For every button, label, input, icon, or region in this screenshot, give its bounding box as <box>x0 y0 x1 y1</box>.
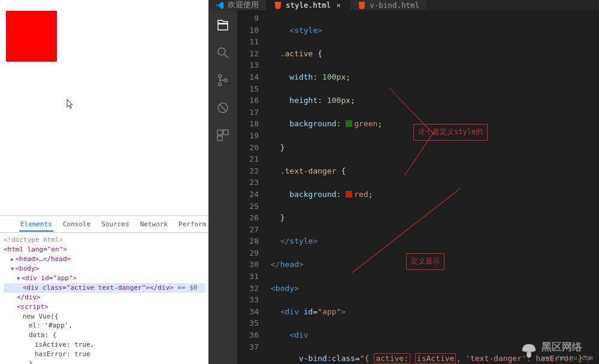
tab-label: v-bind.html <box>370 1 419 10</box>
color-swatch-red <box>346 191 352 198</box>
dt-highlighted-element[interactable]: <div class="active text-danger"></div> =… <box>4 283 205 293</box>
dt-line: el: '#app', <box>4 321 205 330</box>
editor-main: 9101112131415161718192021222324252627282… <box>208 10 599 364</box>
code-editor[interactable]: 9101112131415161718192021222324252627282… <box>237 10 599 364</box>
svg-line-9 <box>219 104 226 111</box>
svg-line-4 <box>225 54 228 58</box>
watermark-title: 黑区网络 <box>541 341 582 353</box>
search-icon[interactable] <box>215 45 231 60</box>
svg-rect-12 <box>217 136 222 141</box>
tab-label: style.html <box>286 1 331 10</box>
dt-line: <script> <box>4 302 205 312</box>
devtools-tab-network[interactable]: Network <box>139 220 169 228</box>
tab-style-html[interactable]: style.html × <box>267 0 350 10</box>
browser-panel: Elements Console Sources Network Perform… <box>0 0 208 364</box>
activity-bar <box>208 10 237 364</box>
elements-tree[interactable]: <!doctype html> <html lang="en"> ▶<head>… <box>0 233 208 364</box>
close-icon[interactable]: × <box>334 1 343 10</box>
color-swatch-green <box>346 120 352 127</box>
svg-point-5 <box>219 75 222 78</box>
dt-line: isActive: true, <box>4 340 205 350</box>
devtools-tabs: Elements Console Sources Network Perform <box>0 216 208 233</box>
html-file-icon <box>274 1 282 10</box>
extensions-icon[interactable] <box>215 128 231 143</box>
devtools-tab-sources[interactable]: Sources <box>100 220 130 228</box>
devtools-panel: Elements Console Sources Network Perform… <box>0 216 208 364</box>
html-file-icon <box>358 1 366 10</box>
debug-icon[interactable] <box>215 100 231 116</box>
watermark-url: www.heiqu.com <box>541 354 593 362</box>
cursor-icon <box>66 99 75 111</box>
explorer-icon[interactable] <box>215 17 231 33</box>
rendered-red-box <box>6 11 57 62</box>
mushroom-icon <box>520 342 538 360</box>
dt-line: <html lang="en"> <box>4 245 205 254</box>
editor-tabs: 欢迎使用 style.html × v-bind.html <box>208 0 599 10</box>
svg-point-3 <box>218 48 225 55</box>
devtools-tab-console[interactable]: Console <box>62 220 92 228</box>
vscode-logo-icon <box>216 1 224 10</box>
tab-welcome[interactable]: 欢迎使用 <box>208 0 267 10</box>
devtools-tab-performance[interactable]: Perform <box>177 220 207 228</box>
dt-line: new Vue({ <box>4 312 205 321</box>
dt-line: ▶<head>…</head> <box>4 254 205 264</box>
dt-line: data: { <box>4 330 205 340</box>
code-area[interactable]: <style> .active { width: 100px; height: … <box>267 10 599 364</box>
line-number: 9 <box>237 13 259 25</box>
svg-rect-13 <box>527 351 531 357</box>
source-control-icon[interactable] <box>215 72 231 88</box>
svg-point-6 <box>219 83 222 86</box>
tab-vbind-html[interactable]: v-bind.html <box>350 0 427 10</box>
svg-rect-10 <box>217 130 222 135</box>
vscode-window: 欢迎使用 style.html × v-bind.html 9101112131… <box>208 0 599 364</box>
browser-viewport <box>0 0 208 216</box>
watermark: 黑区网络 www.heiqu.com <box>520 340 593 362</box>
line-numbers: 9101112131415161718192021222324252627282… <box>237 10 267 364</box>
svg-rect-11 <box>223 130 228 135</box>
highlight-isactive: isActive <box>415 353 456 363</box>
devtools-tab-elements[interactable]: Elements <box>19 220 53 232</box>
dt-line: ▼<body> <box>4 264 205 274</box>
dt-line: <!doctype html> <box>4 235 205 245</box>
dt-line: hasError: true <box>4 350 205 359</box>
dt-line: ▼<div id="app"> <box>4 274 205 283</box>
tab-label: 欢迎使用 <box>228 0 259 10</box>
svg-point-7 <box>225 79 228 82</box>
dt-line: } <box>4 359 205 364</box>
highlight-active-key: active: <box>374 353 410 363</box>
dt-line: </div> <box>4 293 205 302</box>
